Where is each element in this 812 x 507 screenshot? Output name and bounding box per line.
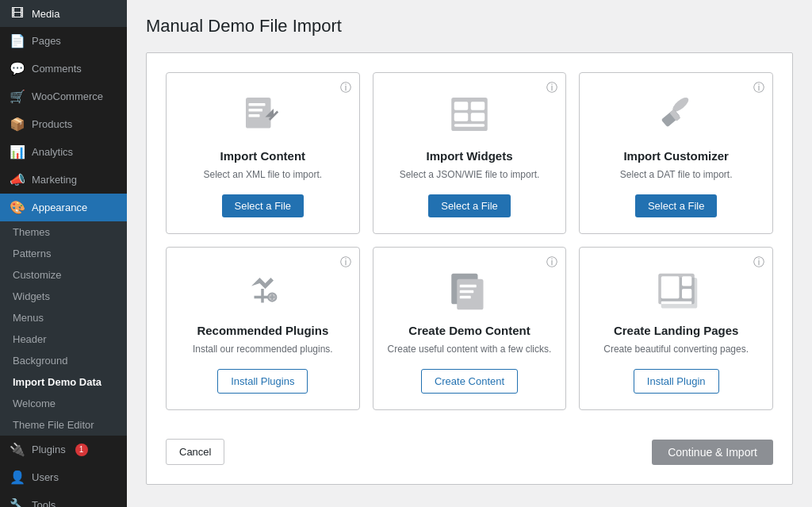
sidebar-item-tools[interactable]: 🔧 Tools bbox=[0, 491, 127, 507]
info-icon-recommended-plugins[interactable]: ⓘ bbox=[340, 255, 351, 270]
svg-rect-1 bbox=[249, 103, 266, 106]
sidebar-item-header[interactable]: Header bbox=[0, 328, 127, 350]
sidebar-item-welcome[interactable]: Welcome bbox=[0, 393, 127, 414]
card-desc-create-landing-pages: Create beautiful converting pages. bbox=[603, 342, 749, 356]
card-title-import-customizer: Import Customizer bbox=[623, 149, 729, 163]
sidebar-item-import-demo-data[interactable]: Import Demo Data bbox=[0, 371, 127, 393]
sidebar-label-plugins: Plugins bbox=[32, 444, 66, 455]
sidebar-item-theme-file-editor[interactable]: Theme File Editor bbox=[0, 414, 127, 436]
select-file-button-customizer[interactable]: Select a File bbox=[635, 194, 718, 217]
sidebar-item-comments[interactable]: 💬 Comments bbox=[0, 55, 127, 83]
sidebar-label-pages: Pages bbox=[32, 35, 61, 47]
card-title-recommended-plugins: Recommended Plugins bbox=[197, 324, 328, 337]
continue-import-button[interactable]: Continue & Import bbox=[652, 440, 773, 465]
card-import-content: ⓘ Import Content Select an XML file to i… bbox=[166, 72, 360, 234]
install-plugins-button[interactable]: Install Plugins bbox=[217, 369, 308, 394]
svg-rect-27 bbox=[682, 289, 691, 298]
card-import-widgets: ⓘ Import Widgets Select a JSON/WIE file … bbox=[373, 72, 567, 234]
sidebar-item-widgets[interactable]: Widgets bbox=[0, 286, 127, 307]
sidebar-label-tools: Tools bbox=[32, 499, 56, 507]
page-title: Manual Demo File Import bbox=[146, 16, 793, 36]
sidebar-item-users[interactable]: 👤 Users bbox=[0, 463, 127, 491]
pages-icon: 📄 bbox=[10, 33, 25, 48]
create-demo-content-icon bbox=[444, 263, 495, 314]
svg-rect-7 bbox=[454, 113, 469, 121]
cards-grid-top: ⓘ Import Content Select an XML file to i… bbox=[166, 72, 773, 234]
cancel-button[interactable]: Cancel bbox=[166, 439, 224, 465]
plugins-icon: 🔌 bbox=[10, 442, 25, 457]
footer-bar: Cancel Continue & Import bbox=[166, 426, 773, 465]
sidebar-label-products: Products bbox=[32, 118, 72, 130]
main-content: Manual Demo File Import ⓘ Import Content bbox=[127, 0, 812, 507]
users-icon: 👤 bbox=[10, 470, 25, 485]
sidebar-item-customize[interactable]: Customize bbox=[0, 264, 127, 286]
cards-grid-bottom: ⓘ Recommended Plugins Install our recomm… bbox=[166, 247, 773, 410]
card-desc-import-customizer: Select a DAT file to import. bbox=[620, 167, 733, 182]
svg-rect-22 bbox=[460, 296, 471, 299]
sidebar-submenu-appearance: Themes Patterns Customize Widgets Menus … bbox=[0, 221, 127, 436]
appearance-icon: 🎨 bbox=[10, 200, 25, 215]
tools-icon: 🔧 bbox=[10, 497, 25, 507]
sidebar-item-products[interactable]: 📦 Products bbox=[0, 110, 127, 138]
recommended-plugins-icon bbox=[237, 263, 288, 314]
card-create-landing-pages: ⓘ Create Landing Pages Create beautiful … bbox=[579, 247, 773, 410]
svg-rect-3 bbox=[249, 114, 260, 117]
svg-rect-25 bbox=[661, 276, 679, 298]
svg-rect-26 bbox=[682, 276, 691, 286]
select-file-button-widgets[interactable]: Select a File bbox=[428, 194, 511, 217]
install-plugin-button[interactable]: Install Plugin bbox=[634, 369, 719, 394]
sidebar-label-analytics: Analytics bbox=[32, 146, 73, 158]
sidebar-label-appearance: Appearance bbox=[32, 202, 87, 213]
sidebar-item-plugins[interactable]: 🔌 Plugins 1 bbox=[0, 436, 127, 463]
import-container: ⓘ Import Content Select an XML file to i… bbox=[146, 52, 793, 485]
sidebar-item-media[interactable]: 🎞 Media bbox=[0, 0, 127, 27]
info-icon-create-demo-content[interactable]: ⓘ bbox=[546, 255, 557, 270]
card-title-import-content: Import Content bbox=[220, 149, 305, 163]
svg-rect-6 bbox=[471, 102, 485, 110]
sidebar-label-media: Media bbox=[32, 8, 59, 20]
card-desc-recommended-plugins: Install our recommended plugins. bbox=[193, 342, 333, 356]
woocommerce-icon: 🛒 bbox=[10, 89, 25, 104]
card-desc-create-demo-content: Create useful content with a few clicks. bbox=[388, 342, 552, 356]
create-content-button[interactable]: Create Content bbox=[421, 369, 518, 394]
select-file-button-content[interactable]: Select a File bbox=[222, 194, 304, 217]
sidebar-item-menus[interactable]: Menus bbox=[0, 307, 127, 328]
info-icon-import-widgets[interactable]: ⓘ bbox=[546, 81, 557, 95]
svg-rect-21 bbox=[460, 290, 474, 294]
card-title-create-demo-content: Create Demo Content bbox=[408, 324, 530, 337]
media-icon: 🎞 bbox=[10, 6, 25, 21]
sidebar-item-marketing[interactable]: 📣 Marketing bbox=[0, 166, 127, 194]
sidebar-item-analytics[interactable]: 📊 Analytics bbox=[0, 138, 127, 166]
marketing-icon: 📣 bbox=[10, 172, 25, 187]
plugins-badge: 1 bbox=[75, 444, 88, 456]
sidebar-item-appearance[interactable]: 🎨 Appearance bbox=[0, 194, 127, 221]
import-customizer-icon bbox=[651, 89, 702, 140]
sidebar-item-woocommerce[interactable]: 🛒 WooCommerce bbox=[0, 83, 127, 110]
import-content-icon bbox=[237, 89, 288, 140]
svg-rect-28 bbox=[661, 302, 691, 305]
sidebar-label-marketing: Marketing bbox=[32, 174, 77, 186]
sidebar-item-themes[interactable]: Themes bbox=[0, 221, 127, 243]
info-icon-import-customizer[interactable]: ⓘ bbox=[753, 81, 764, 95]
sidebar-label-users: Users bbox=[32, 471, 59, 483]
card-title-create-landing-pages: Create Landing Pages bbox=[614, 324, 739, 337]
svg-rect-0 bbox=[246, 98, 271, 129]
sidebar-item-patterns[interactable]: Patterns bbox=[0, 243, 127, 264]
sidebar: 🎞 Media 📄 Pages 💬 Comments 🛒 WooCommerce… bbox=[0, 0, 127, 507]
svg-rect-9 bbox=[454, 124, 485, 127]
import-widgets-icon bbox=[444, 89, 495, 140]
svg-rect-20 bbox=[460, 285, 477, 288]
card-create-demo-content: ⓘ Create Demo Content Create useful cont… bbox=[373, 247, 567, 410]
svg-rect-5 bbox=[454, 102, 469, 110]
card-recommended-plugins: ⓘ Recommended Plugins Install our recomm… bbox=[166, 247, 360, 410]
sidebar-item-pages[interactable]: 📄 Pages bbox=[0, 27, 127, 55]
sidebar-label-comments: Comments bbox=[32, 63, 82, 75]
info-icon-import-content[interactable]: ⓘ bbox=[340, 81, 351, 95]
sidebar-item-background[interactable]: Background bbox=[0, 350, 127, 371]
comments-icon: 💬 bbox=[10, 61, 25, 76]
svg-rect-8 bbox=[471, 113, 485, 121]
card-desc-import-widgets: Select a JSON/WIE file to import. bbox=[400, 167, 540, 182]
info-icon-create-landing-pages[interactable]: ⓘ bbox=[753, 255, 764, 270]
card-title-import-widgets: Import Widgets bbox=[426, 149, 512, 163]
svg-rect-19 bbox=[457, 279, 483, 310]
